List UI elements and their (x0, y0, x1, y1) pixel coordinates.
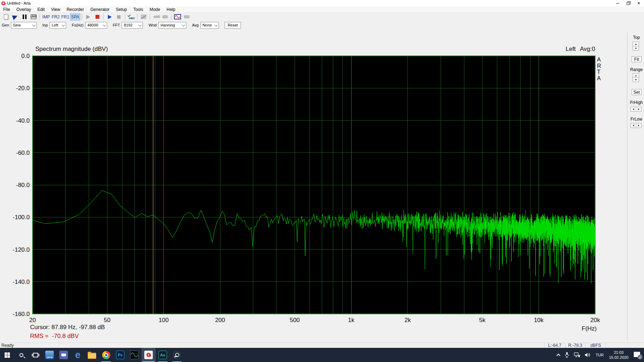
overlay-button[interactable] (11, 13, 20, 21)
svg-text:500: 500 (290, 317, 300, 323)
pause-button[interactable] (20, 13, 29, 21)
svg-text:0.0: 0.0 (21, 53, 30, 59)
svg-text:-20.0: -20.0 (16, 85, 30, 92)
set-button[interactable]: Set (632, 89, 642, 95)
svg-text:2k: 2k (405, 317, 411, 323)
menu-file[interactable]: File (0, 6, 13, 12)
svg-text:50: 50 (104, 317, 111, 323)
smoothing-disabled-button[interactable] (139, 13, 148, 21)
channel-avg-label: Left Avg:0 (552, 46, 595, 53)
stop-disabled-button[interactable] (114, 13, 123, 21)
start-recording-button[interactable] (105, 13, 114, 21)
stop-disabled-icon (117, 15, 121, 19)
frlow-left-button[interactable] (631, 123, 636, 128)
band-disabled-button[interactable] (161, 13, 170, 21)
tray-network[interactable] (572, 348, 582, 362)
crossed-box-icon (141, 14, 146, 19)
menu-mode[interactable]: Mode (146, 6, 163, 12)
frhigh-spinner (631, 107, 642, 112)
table-view-button[interactable] (29, 13, 38, 21)
task-view-button[interactable] (28, 348, 42, 362)
tray-language[interactable]: TUR (593, 348, 606, 362)
chevron-down-icon (138, 23, 141, 27)
top-down-button[interactable] (633, 46, 639, 51)
menu-setup[interactable]: Setup (113, 6, 130, 12)
tray-expand-button[interactable] (555, 348, 562, 362)
marker-disabled-button[interactable] (151, 13, 161, 21)
taskbar-app-opus[interactable]: OPUS (42, 348, 57, 362)
scope-view-button[interactable] (173, 13, 182, 21)
mode-imp-button[interactable]: IMP (41, 13, 51, 21)
chart-area: 0.0-20.0-40.0-60.0-80.0-100.0-120.0-140.… (0, 29, 644, 343)
tray-volume[interactable] (582, 348, 593, 362)
menu-view[interactable]: View (48, 6, 63, 12)
reset-button[interactable]: Reset (225, 22, 241, 29)
taskbar-app-plotter[interactable] (127, 348, 141, 362)
tray-microphone[interactable] (562, 348, 572, 362)
taskbar-app-arta[interactable] (141, 348, 156, 362)
status-bar: Ready L:-64.7 R:-78.3 dBFS (0, 343, 644, 348)
close-button[interactable]: ✕ (633, 0, 644, 6)
fs-select[interactable]: 48000 (85, 22, 107, 29)
left-arrow-icon (633, 108, 634, 110)
clock-date: 15.02.2020 (609, 355, 628, 360)
chevron-up-icon (557, 354, 561, 357)
frlow-right-button[interactable] (636, 123, 642, 128)
new-file-button[interactable] (1, 13, 11, 21)
up-arrow-icon (635, 75, 637, 76)
gen-select[interactable]: Sine (11, 22, 37, 29)
frhigh-right-button[interactable] (636, 107, 642, 112)
taskbar-app-edge[interactable]: e (71, 348, 85, 362)
opus-icon: OPUS (45, 351, 54, 359)
fit-button[interactable]: Fit (632, 56, 642, 62)
steam-icon (173, 351, 181, 359)
frhigh-left-button[interactable] (631, 107, 636, 112)
extra-disabled-button[interactable] (182, 13, 191, 21)
mode-spa-button[interactable]: SPA (70, 13, 80, 21)
fft-select[interactable]: 8192 (122, 22, 143, 29)
taskbar-app-photoshop[interactable]: Ps (113, 348, 127, 362)
frlow-spinner (631, 123, 642, 128)
menu-recorder[interactable]: Recorder (63, 6, 87, 12)
svg-text:200: 200 (215, 317, 225, 323)
menu-overlay[interactable]: Overlay (13, 6, 34, 12)
toolbar-separator (82, 14, 82, 20)
wnd-select[interactable]: Hanning (158, 22, 186, 29)
waveform-app-icon (130, 351, 139, 359)
calibrate-button[interactable]: ABC (127, 13, 136, 21)
taskbar-app-steam[interactable] (170, 348, 184, 362)
arta-window: Untitled - Arta ✕ File Overlay Edit View… (0, 0, 644, 362)
inp-select[interactable]: Left (50, 22, 66, 29)
toolbar-separator (171, 14, 172, 20)
menu-help[interactable]: Help (163, 6, 179, 12)
taskbar-search-button[interactable] (14, 348, 28, 362)
play-disabled-button[interactable] (83, 13, 93, 21)
spectrum-plot[interactable]: 0.0-20.0-40.0-60.0-80.0-100.0-120.0-140.… (0, 29, 626, 343)
menu-edit[interactable]: Edit (34, 6, 48, 12)
action-center-button[interactable]: 2 (631, 348, 644, 362)
taskbar-app-explorer[interactable] (85, 348, 99, 362)
mode-fr2-button[interactable]: FR2 (51, 13, 60, 21)
tray-clock[interactable]: 21:03 15.02.2020 (606, 350, 631, 360)
chart-title: Spectrum magnitude (dBV) (35, 46, 108, 53)
svg-text:5k: 5k (479, 317, 486, 323)
start-button[interactable] (0, 348, 14, 362)
svg-text:-40.0: -40.0 (16, 117, 30, 124)
taskbar-app-audition[interactable]: Au (156, 348, 170, 362)
sine-scope-icon (174, 14, 181, 19)
range-down-button[interactable] (633, 77, 639, 82)
down-arrow-icon (635, 48, 637, 49)
notification-badge: 2 (638, 355, 642, 359)
svg-text:20: 20 (29, 317, 36, 323)
minimize-button[interactable] (612, 0, 623, 6)
avg-select[interactable]: None (201, 22, 219, 29)
taskbar-app-chrome[interactable] (99, 348, 113, 362)
mode-fr1-button[interactable]: FR1 (60, 13, 70, 21)
arta-icon (144, 351, 153, 359)
taskbar-app-discord[interactable] (57, 348, 71, 362)
restore-button[interactable] (623, 0, 633, 6)
wnd-label: Wnd (149, 23, 157, 27)
stop-record-button[interactable] (93, 13, 102, 21)
menu-generator[interactable]: Generator (87, 6, 113, 12)
menu-tools[interactable]: Tools (130, 6, 146, 12)
